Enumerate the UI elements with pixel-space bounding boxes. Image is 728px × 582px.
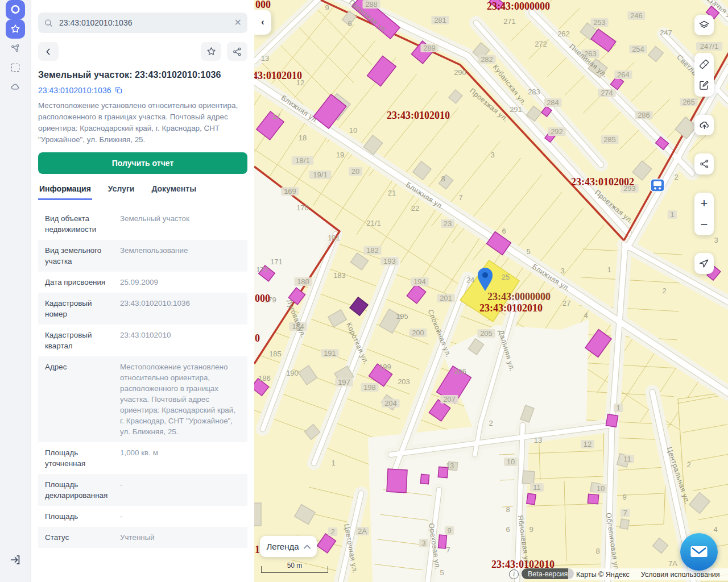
chevron-up-icon [304, 544, 311, 549]
parcel-label: 201 [440, 294, 452, 302]
panel-actions [38, 42, 247, 61]
table-row: Площадь декларированная- [38, 474, 247, 506]
sidebar-item-c loud[interactable] [6, 77, 25, 97]
layers-button[interactable] [694, 15, 714, 35]
parcel-label: 12 [584, 440, 592, 448]
parcel-label: 2 [330, 527, 334, 536]
exit-icon [9, 554, 22, 566]
parcel-label: 10 [349, 126, 357, 135]
parcel-label: 19/1 [313, 171, 327, 179]
get-report-button[interactable]: Получить отчет [38, 152, 247, 174]
sidebar-item-favorites[interactable] [6, 19, 25, 39]
parcel-label: 3 [421, 539, 425, 547]
tab-0[interactable]: Информация [38, 181, 92, 200]
parcel-label: 247/1 [700, 42, 719, 51]
parcel-label: 274 [601, 89, 613, 97]
parcel-label: 1 [616, 404, 620, 412]
parcel-label: 9 [529, 525, 533, 534]
table-row: Кадастровый номер23:43:0102010:1036 [38, 293, 247, 325]
parcel-label: 9 [447, 526, 451, 535]
collapse-panel-button[interactable]: ‹ [254, 10, 271, 35]
info-table: Вид объекта недвижимостиЗемельный участо… [38, 208, 247, 548]
parcel-label: 246 [630, 11, 643, 20]
quarter-label: 23:43:0102010 [387, 110, 450, 121]
row-value: Землепользование [120, 245, 241, 267]
measure-tools [694, 53, 714, 97]
parcel-label: 171 [270, 257, 283, 266]
parcel-label: 272 [535, 40, 547, 48]
quarter-label: 000 [255, 0, 271, 10]
info-icon[interactable]: i [509, 569, 519, 579]
dashed-square-icon [10, 62, 21, 73]
quarter-label: 23:43:0000000 [487, 291, 551, 302]
cadastral-link-row: 23:43:0102010:1036 [38, 86, 247, 95]
map-canvas[interactable]: 2889628127125324624726227228228928326325… [254, 0, 728, 582]
upload-button[interactable] [694, 115, 714, 135]
parcel-label: 4 [713, 525, 717, 534]
parcel-label: 7 [623, 509, 627, 517]
draw-button[interactable] [694, 75, 714, 96]
ruler-button[interactable] [694, 54, 714, 75]
parcel-label: 262 [557, 30, 570, 38]
share-button[interactable] [227, 42, 247, 61]
legend-button[interactable]: Легенда [260, 536, 317, 557]
quarter-label: 1 [255, 544, 260, 555]
map-share-button[interactable] [694, 153, 714, 174]
parcel-label: 203 [398, 377, 410, 386]
table-row: Площадь- [38, 506, 247, 527]
table-row: АдресМестоположение установлено относите… [38, 356, 247, 442]
legend-label: Легенда [266, 542, 299, 551]
locate-button[interactable] [694, 253, 714, 274]
parcel-label: 190 [286, 369, 299, 377]
cadastral-number-link[interactable]: 23:43:0102010:1036 [38, 86, 111, 95]
parcel-label: 172 [256, 265, 268, 274]
parcel-label: 199 [379, 363, 391, 371]
parcel-label: 13 [261, 54, 269, 63]
tabs: ИнформацияУслугиДокументы [38, 181, 247, 200]
parcel-label: 194 [413, 277, 426, 286]
share-nodes-icon [232, 47, 242, 57]
parcel-label: 21/1 [366, 219, 380, 227]
parcel-label: 27 [562, 299, 570, 307]
parcel-label: 289 [423, 44, 436, 52]
row-value: Местоположение установлено относительно … [120, 361, 241, 437]
parcel-label: 18 [299, 134, 307, 142]
table-row: Дата присвоения25.09.2009 [38, 272, 247, 293]
zoom-out-button[interactable]: − [694, 214, 714, 235]
quarter-label: 23:43:0102010 [479, 302, 543, 314]
parcel-label: 9 [325, 3, 329, 12]
parcel-label: 290 [454, 68, 466, 77]
chevron-left-icon [44, 47, 53, 56]
tab-2[interactable]: Документы [150, 181, 197, 200]
copy-icon[interactable] [115, 86, 123, 94]
parcel-label: 264 [617, 70, 630, 79]
sidebar-item-select-area[interactable] [6, 58, 25, 77]
parcel-label: 1 [670, 210, 674, 219]
parcel-label: 204 [384, 399, 397, 408]
app-logo-icon [9, 3, 22, 16]
quarter-label: 000 [255, 293, 270, 304]
exit-button[interactable] [6, 550, 25, 569]
parcel-label: 253 [593, 18, 606, 27]
favorite-button[interactable] [201, 42, 221, 61]
clear-search-icon[interactable]: ✕ [234, 18, 242, 27]
tab-1[interactable]: Услуги [107, 181, 136, 200]
parcel-label: 5 [440, 568, 444, 577]
zoom-controls: + − [694, 193, 714, 235]
parcel-label: 247 [660, 28, 672, 37]
zoom-in-button[interactable]: + [694, 193, 714, 214]
parcel-label: 207 [443, 395, 456, 404]
parcel-label: 292 [551, 127, 563, 136]
quarter-label: 0 [255, 332, 260, 344]
back-button[interactable] [38, 42, 59, 61]
app-logo[interactable] [6, 0, 25, 19]
search-input[interactable] [58, 18, 230, 28]
quarter-label: 23:43:0000000 [487, 1, 550, 12]
row-label: Площадь уточненная [45, 447, 120, 469]
terms-link[interactable]: Условия использования [641, 571, 720, 579]
copyright-text: Карты © Яндекс [576, 571, 630, 579]
sidebar-item-shapes[interactable] [6, 39, 25, 58]
row-label: Адрес [45, 361, 120, 437]
chat-button[interactable] [680, 533, 718, 571]
envelope-icon [690, 545, 708, 559]
